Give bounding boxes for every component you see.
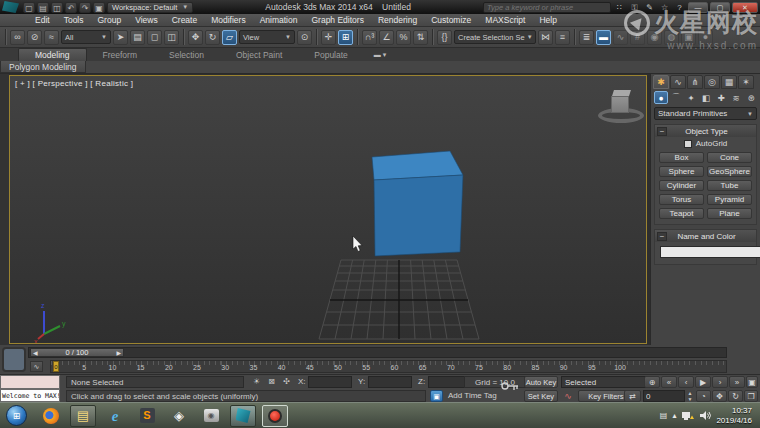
select-and-move-icon[interactable]: ✥	[188, 30, 203, 45]
taskbar-sublime[interactable]: S	[134, 405, 160, 427]
curve-editor-icon[interactable]: ∿	[613, 30, 628, 45]
object-type-teapot[interactable]: Teapot	[659, 208, 704, 219]
taskbar-internet-explorer[interactable]: e	[102, 405, 128, 427]
track-bar-ruler[interactable]: 0 51015202530354045505560657075808590951…	[50, 360, 727, 373]
previous-frame-button[interactable]: ‹	[678, 376, 694, 388]
select-and-scale-icon[interactable]: ▱	[222, 30, 237, 45]
material-editor-icon[interactable]: ◉	[647, 30, 662, 45]
ribbon-tab-object-paint[interactable]: Object Paint	[220, 49, 298, 61]
reference-coordinate-dropdown[interactable]: View▼	[239, 30, 295, 44]
select-by-name-icon[interactable]: ▤	[130, 30, 145, 45]
align-icon[interactable]: ≡	[555, 30, 570, 45]
named-selection-sets-dropdown[interactable]: Create Selection Se▼	[454, 30, 536, 44]
polygon-modeling-panel[interactable]: Polygon Modeling	[0, 61, 86, 73]
maximize-button[interactable]: ▢	[710, 2, 730, 13]
taskbar-clock[interactable]: 10:37 2019/4/16	[716, 406, 756, 426]
search-input[interactable]	[483, 2, 611, 13]
menu-modifiers[interactable]: Modifiers	[204, 15, 252, 25]
default-in-out-tangents-icon[interactable]: ∿	[561, 390, 575, 402]
collapse-icon[interactable]: −	[657, 232, 667, 241]
window-crossing-icon[interactable]: ◫	[164, 30, 179, 45]
ribbon-tab-populate[interactable]: Populate	[298, 49, 364, 61]
category-geometry[interactable]: ●	[654, 91, 668, 104]
object-type-pyramid[interactable]: Pyramid	[707, 194, 752, 205]
go-to-start-button[interactable]: «	[661, 376, 677, 388]
category-lights[interactable]: ✦	[684, 91, 698, 104]
viewport-layout-tab[interactable]	[2, 347, 26, 372]
taskbar-explorer[interactable]: ▤	[70, 405, 96, 427]
help-icon[interactable]: ?	[673, 2, 686, 13]
workspace-dropdown[interactable]: Workspace: Default ▼	[107, 2, 193, 13]
object-type-cylinder[interactable]: Cylinder	[659, 180, 704, 191]
time-configuration-icon[interactable]: ◔	[696, 390, 711, 402]
object-type-cone[interactable]: Cone	[707, 152, 752, 163]
maxscript-mini-listener-output[interactable]: Welcome to MAX!	[0, 389, 60, 402]
subscription-icon[interactable]: ⚿	[628, 2, 641, 13]
keyboard-shortcut-override-icon[interactable]: ⊞	[338, 30, 353, 45]
percent-snap-icon[interactable]: %	[396, 30, 411, 45]
menu-edit[interactable]: Edit	[28, 15, 57, 25]
start-button[interactable]: ⊞	[6, 405, 27, 426]
category-cameras[interactable]: ◧	[699, 91, 713, 104]
minimize-button[interactable]: —	[688, 2, 708, 13]
tab-motion[interactable]: ◎	[704, 75, 720, 89]
category-helpers[interactable]: ✚	[714, 91, 728, 104]
maxscript-mini-listener-input[interactable]	[0, 375, 60, 389]
box-object-front-face[interactable]	[374, 175, 463, 256]
unlink-selection-icon[interactable]: ⊘	[27, 30, 42, 45]
go-to-end-button[interactable]: »	[729, 376, 745, 388]
open-file-icon[interactable]: ▤	[37, 2, 49, 13]
next-frame-arrow-icon[interactable]: ▶	[116, 349, 121, 356]
mini-curve-editor-button[interactable]: ∿	[30, 361, 43, 372]
category-shapes[interactable]: ⌒	[669, 91, 683, 104]
name-and-color-header[interactable]: − Name and Color	[655, 230, 756, 242]
new-scene-icon[interactable]: ▢	[23, 2, 35, 13]
taskbar-record-tool[interactable]	[262, 405, 288, 427]
maximize-viewport-toggle[interactable]: ❒	[744, 390, 758, 402]
menu-help[interactable]: Help	[532, 15, 563, 25]
taskbar-recorder-app[interactable]: ◉	[198, 405, 224, 427]
viewcube[interactable]	[596, 88, 647, 128]
selection-filter-dropdown[interactable]: All▼	[61, 30, 111, 44]
key-mode-toggle[interactable]: ⇄	[624, 390, 641, 402]
menu-views[interactable]: Views	[128, 15, 165, 25]
object-type-torus[interactable]: Torus	[659, 194, 704, 205]
bind-to-space-warp-icon[interactable]: ≈	[44, 30, 59, 45]
menu-animation[interactable]: Animation	[253, 15, 305, 25]
layer-manager-icon[interactable]: ≣	[579, 30, 594, 45]
menu-maxscript[interactable]: MAXScript	[478, 15, 532, 25]
orbit-icon[interactable]: ↻	[728, 390, 743, 402]
play-button[interactable]: ▶	[695, 376, 711, 388]
collapse-icon[interactable]: −	[657, 127, 667, 136]
current-frame-marker[interactable]: 0	[53, 361, 59, 372]
tab-create[interactable]: ✱	[653, 75, 669, 89]
set-key-mode-icon[interactable]	[500, 380, 520, 392]
menu-create[interactable]: Create	[165, 15, 205, 25]
zoom-extents-icon[interactable]: ▣	[746, 376, 758, 388]
time-slider-track[interactable]: ◀ 0 / 100 ▶	[28, 347, 727, 358]
object-type-header[interactable]: − Object Type	[655, 125, 756, 137]
add-time-tag[interactable]: Add Time Tag	[448, 391, 497, 400]
feedback-icon[interactable]: ✎	[643, 2, 656, 13]
tab-display[interactable]: ▦	[721, 75, 737, 89]
current-frame-field[interactable]	[643, 390, 685, 402]
primitives-dropdown[interactable]: Standard Primitives ▼	[654, 107, 757, 120]
viewport-label[interactable]: [ + ] [ Perspective ] [ Realistic ]	[15, 79, 133, 88]
category-space-warps[interactable]: ≋	[729, 91, 743, 104]
volume-icon[interactable]	[699, 410, 711, 421]
isolate-selection-icon[interactable]: ☀	[250, 376, 263, 388]
ribbon-tab-freeform[interactable]: Freeform	[87, 49, 153, 61]
set-key-button[interactable]: Set Key	[524, 390, 558, 402]
search-icon[interactable]: ∷	[613, 2, 626, 13]
taskbar-firefox[interactable]	[38, 405, 64, 427]
perspective-viewport[interactable]: z y x [ + ] [ Perspective ] [ Realistic …	[9, 75, 647, 344]
menu-customize[interactable]: Customize	[424, 15, 478, 25]
auto-key-button[interactable]: Auto Key	[524, 376, 558, 388]
use-pivot-point-center-icon[interactable]: ⊙	[297, 30, 312, 45]
absolute-mode-icon[interactable]: ✣	[280, 376, 293, 388]
tab-utilities[interactable]: ✶	[738, 75, 754, 89]
pan-view-icon[interactable]: ✥	[712, 390, 727, 402]
ribbon-minimize-icon[interactable]: ▬ ▾	[374, 51, 386, 61]
menu-graph-editors[interactable]: Graph Editors	[304, 15, 370, 25]
object-type-plane[interactable]: Plane	[707, 208, 752, 219]
